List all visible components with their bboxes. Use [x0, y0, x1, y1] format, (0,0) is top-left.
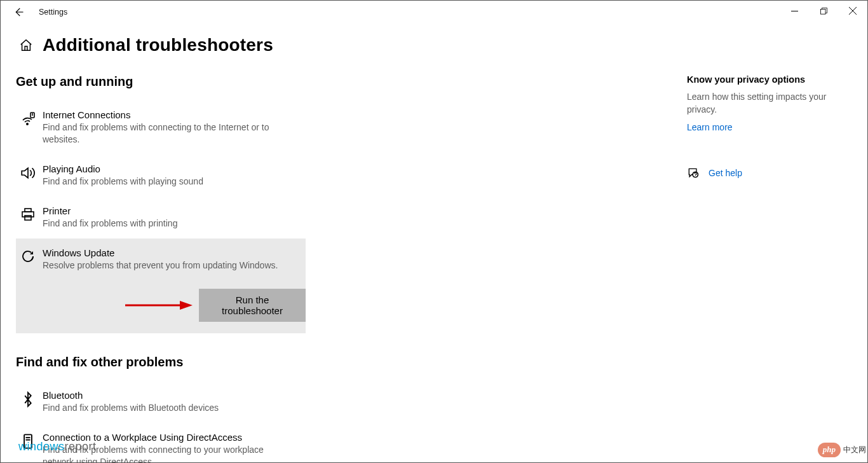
ts-title: Bluetooth: [43, 390, 219, 401]
page-title: Additional troubleshooters: [43, 35, 273, 55]
sidebar: Know your privacy options Learn how this…: [687, 74, 846, 463]
help-icon: [687, 167, 700, 179]
ts-title: Internet Connections: [43, 109, 293, 120]
watermark-windowsreport: windowsreport: [18, 440, 97, 453]
watermark-phpcn: php 中文网: [818, 443, 866, 457]
get-help-link[interactable]: Get help: [709, 168, 742, 178]
troubleshooter-windows-update[interactable]: Windows Update Resolve problems that pre…: [16, 238, 306, 334]
home-button[interactable]: [16, 35, 36, 55]
app-title: Settings: [39, 8, 67, 17]
minimize-button[interactable]: [780, 1, 809, 21]
ts-title: Windows Update: [43, 247, 278, 258]
printer-icon: [17, 205, 39, 230]
learn-more-link[interactable]: Learn more: [687, 122, 733, 132]
troubleshooter-printer[interactable]: Printer Find and fix problems with print…: [16, 200, 306, 235]
ts-title: Playing Audio: [43, 163, 203, 174]
section-title-get-up: Get up and running: [16, 74, 461, 89]
svg-rect-1: [820, 9, 825, 14]
troubleshooter-bluetooth[interactable]: Bluetooth Find and fix problems with Blu…: [16, 385, 306, 419]
ts-title: Printer: [43, 205, 177, 216]
close-button[interactable]: [838, 1, 867, 21]
run-troubleshooter-button[interactable]: Run the troubleshooter: [199, 289, 306, 322]
speaker-icon: [17, 163, 39, 188]
section-title-find-fix: Find and fix other problems: [16, 355, 461, 370]
ts-desc: Resolve problems that prevent you from u…: [43, 259, 278, 272]
ts-desc: Find and fix problems with printing: [43, 218, 177, 230]
arrow-annotation-icon: [124, 299, 193, 312]
ts-desc: Find and fix problems with playing sound: [43, 176, 203, 188]
privacy-title: Know your privacy options: [687, 74, 846, 85]
maximize-button[interactable]: [809, 1, 838, 21]
ts-desc: Find and fix problems with connecting to…: [43, 121, 293, 146]
troubleshooter-playing-audio[interactable]: Playing Audio Find and fix problems with…: [16, 158, 306, 193]
svg-rect-10: [25, 216, 31, 220]
privacy-desc: Learn how this setting impacts your priv…: [687, 91, 846, 116]
back-button[interactable]: [10, 3, 27, 21]
wifi-icon: [17, 109, 39, 146]
bluetooth-icon: [17, 390, 39, 414]
troubleshooter-internet-connections[interactable]: Internet Connections Find and fix proble…: [16, 104, 306, 151]
ts-desc: Find and fix problems with Bluetooth dev…: [43, 402, 219, 414]
main-content: Get up and running Internet Connections …: [16, 74, 461, 463]
svg-marker-12: [180, 301, 193, 310]
svg-point-4: [27, 123, 28, 125]
window-controls: [780, 1, 867, 21]
update-icon: [17, 247, 39, 272]
